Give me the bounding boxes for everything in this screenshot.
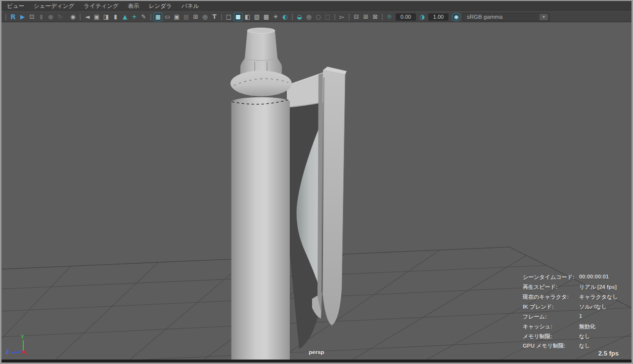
panel-toolbar: R ▶ ⊡ ▮ ● ↻ ◉ ◄ ▣ ◨ ▮ ▲ + ✎ ▦ ▭ ▣ ▩ ⊞ ◎ … xyxy=(1,11,632,22)
toolbar-separator xyxy=(334,14,335,20)
gate-mask-icon[interactable]: ▩ xyxy=(182,13,190,21)
anti-aliasing-icon[interactable]: ◌ xyxy=(314,13,322,21)
field-chart-icon[interactable]: ⊞ xyxy=(191,13,200,21)
xray-active-icon[interactable]: ⊞ xyxy=(362,13,370,21)
shadows-icon[interactable]: ◐ xyxy=(281,13,289,21)
wireframe-on-shaded-icon[interactable]: ◧ xyxy=(243,13,252,21)
pan-zoom-icon[interactable]: + xyxy=(130,13,138,21)
render-window-icon[interactable]: ⊡ xyxy=(28,13,36,21)
lighting-icon[interactable]: ☀ xyxy=(271,13,280,21)
textured-icon[interactable]: ▧ xyxy=(253,13,261,21)
menu-renderer[interactable]: レンダラ xyxy=(149,2,172,10)
lock-camera-icon[interactable]: ▣ xyxy=(92,13,101,21)
color-management-icon[interactable]: ◉ xyxy=(452,13,460,21)
ssao-icon[interactable]: ◒ xyxy=(295,13,304,21)
menu-view[interactable]: ビュー xyxy=(7,2,24,10)
toolbar-separator xyxy=(292,14,293,20)
toolbar-separator xyxy=(5,14,6,20)
toolbar-separator xyxy=(150,14,151,20)
pen-collar xyxy=(230,71,292,96)
menu-panels[interactable]: パネル xyxy=(181,2,199,10)
bottom-panel-edge xyxy=(1,360,632,363)
hud-label: IK ブレンド: xyxy=(523,303,554,311)
hud-value: リアル [24 fps] xyxy=(579,283,617,291)
motion-blur-icon[interactable]: ◎ xyxy=(305,13,313,21)
shaded-icon[interactable]: ■ xyxy=(234,13,242,21)
film-gate-icon[interactable]: ▭ xyxy=(163,13,172,21)
axis-origin xyxy=(22,351,25,353)
renderer-icon[interactable]: R xyxy=(9,13,17,21)
hud-value: キャラクタなし xyxy=(579,293,618,301)
pause-icon[interactable]: ▮ xyxy=(37,13,45,21)
axis-z-label: Z xyxy=(6,349,9,355)
hud-label: 再生スピード: xyxy=(523,283,557,291)
exposure-icon[interactable]: ☼ xyxy=(385,13,394,21)
gamma-field[interactable]: 1.00 xyxy=(428,13,449,21)
stop-icon[interactable]: ● xyxy=(46,13,55,21)
pen-body xyxy=(231,97,290,360)
fps-readout: 2.5 fps xyxy=(598,350,619,357)
safe-action-icon[interactable]: ◎ xyxy=(201,13,209,21)
pen-button-top xyxy=(247,28,275,34)
view-transform-value: sRGB gamma xyxy=(463,14,540,20)
refresh-icon[interactable]: ↻ xyxy=(56,13,64,21)
xray-icon[interactable]: ⊟ xyxy=(352,13,361,21)
menu-lighting[interactable]: ライティング xyxy=(84,2,119,10)
chevron-down-icon[interactable]: ▼ xyxy=(540,14,548,20)
camera-attributes-icon[interactable]: ◨ xyxy=(102,13,110,21)
toolbar-separator xyxy=(80,14,81,20)
depth-of-field-icon[interactable]: □ xyxy=(323,13,332,21)
toolbar-separator xyxy=(349,14,350,20)
maya-window: { "menubar": { "items": ["ビュー", "シェーディング… xyxy=(0,0,633,364)
gamma-icon[interactable]: ◑ xyxy=(418,13,426,21)
axis-y-label: Y xyxy=(21,334,24,340)
safe-title-icon[interactable]: T xyxy=(210,13,219,21)
hud-value: 00:00:00:01 xyxy=(579,274,609,280)
wireframe-icon[interactable]: □ xyxy=(225,13,233,21)
hud-value: 1 xyxy=(579,313,582,319)
use-default-material-icon[interactable]: ▩ xyxy=(262,13,271,21)
hud-label: GPU メモリ制限: xyxy=(523,342,565,350)
hud-label: キャッシュ: xyxy=(523,323,552,330)
xray-joints-icon[interactable]: ⊠ xyxy=(371,13,379,21)
snapshot-camera-icon[interactable]: ◉ xyxy=(69,13,77,21)
toolbar-separator xyxy=(221,14,222,20)
perspective-viewport[interactable]: Y Z シーンタイムコード: 00:00:00:01 再生スピード: リアル [… xyxy=(1,22,632,360)
menu-show[interactable]: 表示 xyxy=(128,2,139,10)
menu-shading[interactable]: シェーディング xyxy=(34,2,74,10)
hud-label: フレーム: xyxy=(523,313,546,321)
toolbar-separator xyxy=(382,14,383,20)
select-camera-icon[interactable]: ◄ xyxy=(83,13,91,21)
hud-value: 無効化 xyxy=(579,323,595,330)
camera-name-label: persp xyxy=(299,349,334,355)
exposure-field[interactable]: 0.00 xyxy=(396,13,416,21)
bookmark-icon[interactable]: ▮ xyxy=(111,13,120,21)
hud-label: 現在のキャラクタ: xyxy=(523,293,569,301)
hud-value: なし xyxy=(579,333,590,340)
isolate-select-icon[interactable]: ▻ xyxy=(338,13,346,21)
image-plane-icon[interactable]: ▲ xyxy=(121,13,129,21)
hud-label: シーンタイムコード: xyxy=(523,274,574,281)
resolution-gate-icon[interactable]: ▣ xyxy=(173,13,181,21)
hud-value: なし xyxy=(579,342,590,350)
view-transform-dropdown[interactable]: sRGB gamma ▼ xyxy=(462,13,549,21)
hud-value: ソルバなし xyxy=(579,303,607,311)
grid-icon[interactable]: ▦ xyxy=(154,13,162,21)
hud-label: メモリ制限: xyxy=(523,333,552,340)
grease-pencil-icon[interactable]: ✎ xyxy=(139,13,148,21)
panel-menubar: ビュー シェーディング ライティング 表示 レンダラ パネル xyxy=(1,1,632,11)
ipr-play-icon[interactable]: ▶ xyxy=(18,13,27,21)
